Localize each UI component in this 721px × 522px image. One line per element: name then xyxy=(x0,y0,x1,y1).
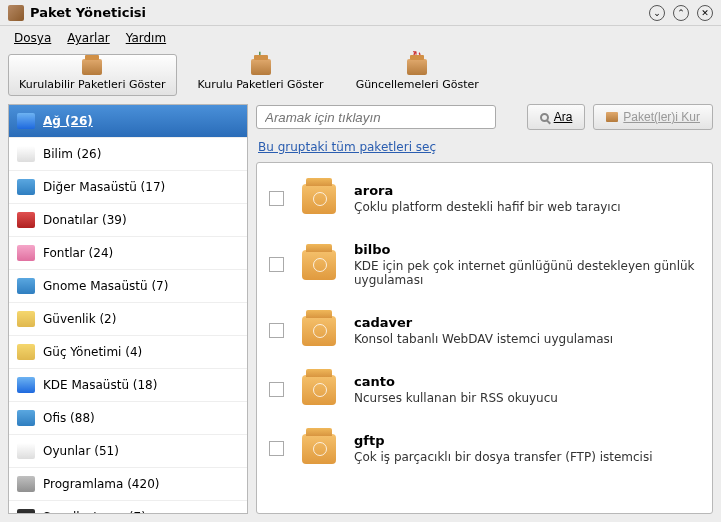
package-checkbox[interactable] xyxy=(269,257,284,272)
package-text: gftpÇok iş parçacıklı bir dosya transfer… xyxy=(354,433,700,464)
show-updates-button[interactable]: Güncellemeleri Göster xyxy=(345,54,490,96)
sidebar: Ağ (26)Bilim (26)Diğer Masaüstü (17)Dona… xyxy=(8,104,248,514)
category-icon xyxy=(17,212,35,228)
category-list[interactable]: Ağ (26)Bilim (26)Diğer Masaüstü (17)Dona… xyxy=(8,104,248,514)
category-item[interactable]: Güç Yönetimi (4) xyxy=(9,336,247,369)
select-all-row: Bu gruptaki tüm paketleri seç xyxy=(256,136,713,162)
package-icon xyxy=(302,184,336,214)
category-label: Gnome Masaüstü (7) xyxy=(43,279,168,293)
toolbar: Kurulabilir Paketleri Göster Kurulu Pake… xyxy=(0,50,721,104)
package-item[interactable]: aroraÇoklu platform destekli hafif bir w… xyxy=(257,169,712,228)
category-label: Bilim (26) xyxy=(43,147,101,161)
window: Paket Yöneticisi ⌄ ⌃ ✕ Dosya Ayarlar Yar… xyxy=(0,0,721,522)
package-description: Çok iş parçacıklı bir dosya transfer (FT… xyxy=(354,450,700,464)
maximize-button[interactable]: ⌃ xyxy=(673,5,689,21)
package-text: cantoNcurses kullanan bir RSS okuyucu xyxy=(354,374,700,405)
main-panel: Ara Paket(ler)i Kur Bu gruptaki tüm pake… xyxy=(256,104,713,514)
install-button[interactable]: Paket(ler)i Kur xyxy=(593,104,713,130)
category-item[interactable]: Fontlar (24) xyxy=(9,237,247,270)
package-item[interactable]: cantoNcurses kullanan bir RSS okuyucu xyxy=(257,360,712,419)
category-label: Diğer Masaüstü (17) xyxy=(43,180,165,194)
category-icon xyxy=(17,344,35,360)
category-icon xyxy=(17,245,35,261)
search-row: Ara Paket(ler)i Kur xyxy=(256,104,713,130)
category-item[interactable]: Ofis (88) xyxy=(9,402,247,435)
category-item[interactable]: KDE Masaüstü (18) xyxy=(9,369,247,402)
category-item[interactable]: Bilim (26) xyxy=(9,138,247,171)
package-item[interactable]: bilboKDE için pek çok internet günlüğünü… xyxy=(257,228,712,301)
menu-help[interactable]: Yardım xyxy=(120,29,172,47)
category-item[interactable]: Oyunlar (51) xyxy=(9,435,247,468)
category-item[interactable]: Diğer Masaüstü (17) xyxy=(9,171,247,204)
category-icon xyxy=(17,311,35,327)
package-name: cadaver xyxy=(354,315,700,330)
category-icon xyxy=(17,146,35,162)
search-icon xyxy=(540,113,549,122)
category-label: Donatılar (39) xyxy=(43,213,127,227)
category-icon xyxy=(17,509,35,514)
package-name: canto xyxy=(354,374,700,389)
category-label: Oyunlar (51) xyxy=(43,444,119,458)
app-icon xyxy=(8,5,24,21)
search-input[interactable] xyxy=(256,105,496,129)
category-label: Fontlar (24) xyxy=(43,246,113,260)
category-icon xyxy=(17,278,35,294)
box-updates-icon xyxy=(407,59,427,75)
category-item[interactable]: Gnome Masaüstü (7) xyxy=(9,270,247,303)
box-icon xyxy=(82,59,102,75)
category-icon xyxy=(17,377,35,393)
package-checkbox[interactable] xyxy=(269,382,284,397)
show-installable-button[interactable]: Kurulabilir Paketleri Göster xyxy=(8,54,177,96)
category-item[interactable]: Güvenlik (2) xyxy=(9,303,247,336)
menu-settings[interactable]: Ayarlar xyxy=(61,29,115,47)
category-icon xyxy=(17,410,35,426)
box-installed-icon xyxy=(251,59,271,75)
package-text: aroraÇoklu platform destekli hafif bir w… xyxy=(354,183,700,214)
menubar: Dosya Ayarlar Yardım xyxy=(0,26,721,50)
select-all-link[interactable]: Bu gruptaki tüm paketleri seç xyxy=(258,140,436,154)
category-icon xyxy=(17,113,35,129)
window-title: Paket Yöneticisi xyxy=(30,5,649,20)
category-label: Güç Yönetimi (4) xyxy=(43,345,142,359)
package-description: Konsol tabanlı WebDAV istemci uygulaması xyxy=(354,332,700,346)
content: Ağ (26)Bilim (26)Diğer Masaüstü (17)Dona… xyxy=(0,104,721,522)
search-button[interactable]: Ara xyxy=(527,104,586,130)
category-icon xyxy=(17,443,35,459)
category-item[interactable]: Sanallaştırma (7) xyxy=(9,501,247,514)
show-installed-button[interactable]: Kurulu Paketleri Göster xyxy=(187,54,335,96)
minimize-button[interactable]: ⌄ xyxy=(649,5,665,21)
package-checkbox[interactable] xyxy=(269,441,284,456)
package-checkbox[interactable] xyxy=(269,191,284,206)
package-description: KDE için pek çok internet günlüğünü dest… xyxy=(354,259,700,287)
window-controls: ⌄ ⌃ ✕ xyxy=(649,5,713,21)
package-icon xyxy=(302,250,336,280)
package-checkbox[interactable] xyxy=(269,323,284,338)
category-icon xyxy=(17,179,35,195)
install-icon xyxy=(606,112,618,122)
package-name: arora xyxy=(354,183,700,198)
package-name: bilbo xyxy=(354,242,700,257)
menu-file[interactable]: Dosya xyxy=(8,29,57,47)
package-icon xyxy=(302,375,336,405)
package-icon xyxy=(302,316,336,346)
category-label: Güvenlik (2) xyxy=(43,312,116,326)
category-item[interactable]: Donatılar (39) xyxy=(9,204,247,237)
category-item[interactable]: Ağ (26) xyxy=(9,105,247,138)
category-label: Ofis (88) xyxy=(43,411,95,425)
category-label: KDE Masaüstü (18) xyxy=(43,378,157,392)
package-icon xyxy=(302,434,336,464)
category-label: Ağ (26) xyxy=(43,114,93,128)
category-label: Sanallaştırma (7) xyxy=(43,510,146,514)
package-description: Ncurses kullanan bir RSS okuyucu xyxy=(354,391,700,405)
package-description: Çoklu platform destekli hafif bir web ta… xyxy=(354,200,700,214)
package-text: bilboKDE için pek çok internet günlüğünü… xyxy=(354,242,700,287)
package-item[interactable]: gftpÇok iş parçacıklı bir dosya transfer… xyxy=(257,419,712,478)
category-label: Programlama (420) xyxy=(43,477,159,491)
category-item[interactable]: Programlama (420) xyxy=(9,468,247,501)
category-icon xyxy=(17,476,35,492)
close-button[interactable]: ✕ xyxy=(697,5,713,21)
package-item[interactable]: cadaverKonsol tabanlı WebDAV istemci uyg… xyxy=(257,301,712,360)
package-list[interactable]: aroraÇoklu platform destekli hafif bir w… xyxy=(256,162,713,514)
package-text: cadaverKonsol tabanlı WebDAV istemci uyg… xyxy=(354,315,700,346)
titlebar: Paket Yöneticisi ⌄ ⌃ ✕ xyxy=(0,0,721,26)
